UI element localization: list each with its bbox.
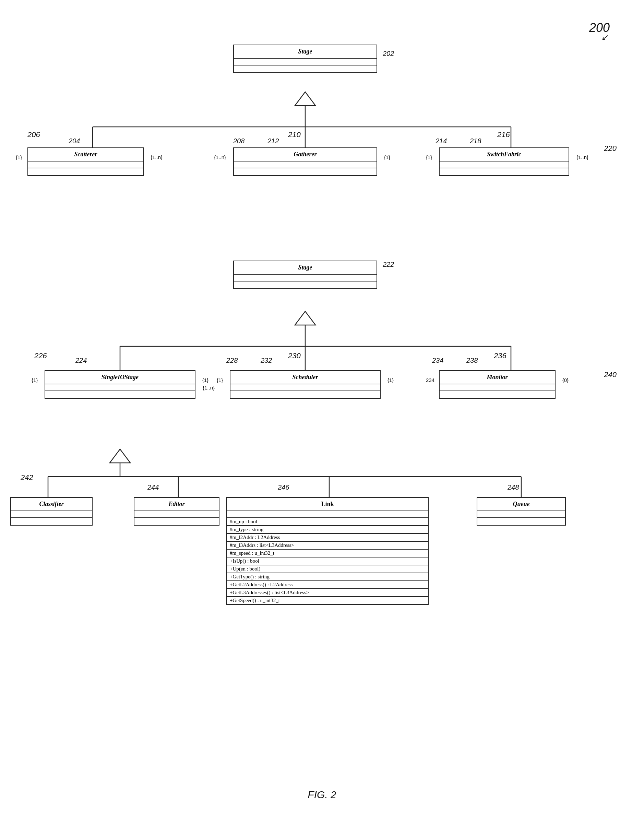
figure-label: FIG. 2 [308, 789, 336, 801]
switchfabric-box: SwitchFabric {1} {1..n} [439, 147, 569, 176]
link-attr-3: #m_l2Addr : L2Address [227, 534, 428, 542]
monitor-id2-label: 238 [467, 357, 478, 364]
switchfabric-name: SwitchFabric [440, 148, 569, 162]
singleio-id-label: 224 [75, 357, 87, 364]
scatterer-box: Scatterer {1} {1..n} [27, 147, 144, 176]
scatterer-id-label: 204 [69, 137, 80, 145]
gatherer-mult-right: {1} [384, 154, 390, 160]
stage-2-label: 222 [383, 260, 394, 268]
queue-label: 248 [507, 483, 519, 491]
editor-name: Editor [134, 498, 219, 511]
scheduler-id1-label: 228 [226, 357, 238, 364]
monitor-box: Monitor 234 {0} [439, 370, 556, 399]
monitor-outer-label: 236 [494, 351, 506, 360]
gatherer-outer-label: 210 [288, 130, 301, 139]
sf-mult-right: {1..n} [576, 154, 589, 160]
diagram-arrow: ↙ [601, 33, 608, 42]
link-name: Link [227, 498, 428, 511]
monitor-name: Monitor [440, 371, 555, 384]
classifier-box: Classifier [10, 497, 93, 525]
monitor-mult-right: {0} [562, 377, 569, 383]
gatherer-id1-label: 208 [233, 137, 245, 145]
gatherer-id2-label: 212 [267, 137, 279, 145]
link-attr-8: +GetType() : string [227, 573, 428, 581]
scheduler-outer-label: 230 [288, 351, 301, 360]
scatterer-mult-left: {1} [16, 154, 22, 160]
singleio-mult-left: {1} [31, 377, 38, 383]
svg-marker-18 [110, 449, 130, 463]
link-attr-11: +GetSpeed() : u_int32_t [227, 597, 428, 604]
link-label: 246 [278, 483, 289, 491]
monitor-right-label: 240 [604, 370, 617, 379]
singleio-outer-label: 226 [34, 351, 47, 360]
queue-name: Queue [478, 498, 565, 511]
singleio-name: SingleIOStage [45, 371, 195, 384]
diagram3-label: 242 [20, 473, 33, 482]
scatterer-mult-right: {1..n} [151, 154, 163, 160]
link-attr-4: #m_l3Addrs : list<L3Address> [227, 542, 428, 550]
editor-box: Editor [134, 497, 220, 525]
editor-label: 244 [148, 483, 159, 491]
stage-box-2: Stage [233, 260, 377, 289]
link-attr-9: +GetL2Address() : L2Address [227, 581, 428, 589]
gatherer-mult-left: {1..n} [214, 154, 226, 160]
sf-id1-label: 214 [435, 137, 447, 145]
stage-1-name: Stage [234, 45, 377, 59]
sf-id2-label: 218 [470, 137, 481, 145]
link-attr-1: #m_up : bool [227, 518, 428, 526]
sf-mult-left: {1} [426, 154, 432, 160]
gatherer-name: Gatherer [234, 148, 377, 162]
scheduler-id2-label: 232 [261, 357, 272, 364]
classifier-name: Classifier [11, 498, 92, 511]
stage-box-1: Stage [233, 45, 377, 73]
link-attr-5: #m_speed : u_int32_t [227, 550, 428, 557]
monitor-id1-label: 234 [432, 357, 443, 364]
queue-box: Queue [477, 497, 566, 525]
link-attr-10: +GetL3Addresses() : list<L3Address> [227, 589, 428, 597]
svg-marker-11 [295, 311, 316, 325]
link-attr-2: #m_type : string [227, 526, 428, 534]
scheduler-name: Scheduler [231, 371, 380, 384]
stage-1-label: 202 [383, 50, 394, 58]
singleio-mult-right1: {1} [202, 377, 209, 383]
gatherer-box: Gatherer {1..n} {1} [233, 147, 377, 176]
scatterer-name: Scatterer [28, 148, 143, 162]
svg-marker-5 [295, 92, 316, 106]
scheduler-mult-left: {1} [217, 377, 223, 383]
link-box: Link #m_up : bool #m_type : string #m_l2… [226, 497, 429, 605]
scatterer-outer-label: 206 [27, 130, 40, 139]
singleio-box: SingleIOStage {1} {1} {1..n} [45, 370, 195, 399]
link-attr-7: +Up(en : bool) [227, 565, 428, 573]
monitor-mult-left: 234 [426, 377, 435, 383]
scheduler-box: Scheduler {1} {1} [230, 370, 381, 399]
stage-2-name: Stage [234, 261, 377, 274]
singleio-mult-right2: {1..n} [203, 385, 215, 390]
link-attr-6: +IsUp() : bool [227, 557, 428, 565]
scheduler-mult-right: {1} [388, 377, 394, 383]
sf-right-label: 220 [604, 144, 617, 153]
sf-outer-label: 216 [497, 130, 510, 139]
